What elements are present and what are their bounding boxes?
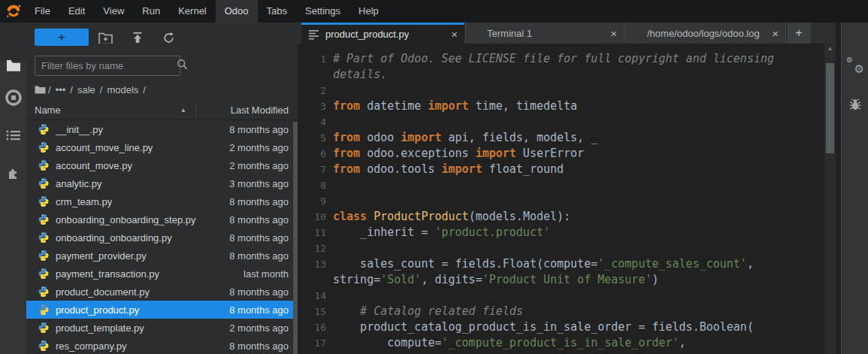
line-number: 7 <box>298 162 326 177</box>
file-name: onboarding_onboarding_step.py <box>56 214 196 225</box>
close-icon[interactable]: × <box>444 28 464 41</box>
line-number: 3 <box>298 98 326 114</box>
python-file-icon <box>38 141 50 153</box>
column-last-modified[interactable]: Last Modified <box>196 104 298 116</box>
upload-icon[interactable] <box>130 31 145 44</box>
code-line: 11 _inherit = 'product.product' <box>298 225 816 241</box>
code-segment: from <box>333 99 360 113</box>
file-browser-folder-icon[interactable] <box>0 56 26 75</box>
file-row[interactable]: onboarding_onboarding.py8 months ago <box>26 228 298 247</box>
code-lines: 1# Part of Odoo. See LICENSE file for fu… <box>298 51 816 351</box>
menu-item-settings[interactable]: Settings <box>296 0 349 23</box>
line-number: 15 <box>298 304 326 319</box>
code-line: 1# Part of Odoo. See LICENSE file for fu… <box>298 51 816 67</box>
menu-item-edit[interactable]: Edit <box>59 0 94 23</box>
file-row[interactable]: crm_team.py8 months ago <box>26 192 298 210</box>
breadcrumb-separator: / <box>48 84 51 95</box>
file-modified: 8 months ago <box>229 196 298 207</box>
menu-item-tabs[interactable]: Tabs <box>258 0 296 23</box>
python-file-icon <box>38 177 50 189</box>
file-row[interactable]: account_move_line.py2 months ago <box>26 138 298 156</box>
tab--home-odoo-logs-odoo-log[interactable]: /home/odoo/logs/odoo.log× <box>625 23 786 44</box>
tab-product-product-py[interactable]: product_product.py× <box>301 23 464 44</box>
debugger-bug-icon[interactable] <box>842 95 868 114</box>
close-icon[interactable]: × <box>603 27 624 40</box>
python-file-icon <box>38 304 50 316</box>
refresh-icon[interactable] <box>161 31 176 44</box>
filter-files-input[interactable] <box>35 60 177 71</box>
code-text: details. <box>333 67 387 83</box>
code-segment: UserError <box>516 147 584 160</box>
editor-scrollbar[interactable]: ▲ <box>824 44 836 354</box>
code-segment: (models. <box>469 210 523 223</box>
menu-item-kernel[interactable]: Kernel <box>169 0 216 23</box>
right-sidebar: ⚙⚙ <box>841 23 868 354</box>
new-folder-icon[interactable] <box>98 31 113 44</box>
menu-item-help[interactable]: Help <box>349 0 388 23</box>
scroll-up-arrow-icon[interactable]: ▲ <box>824 45 836 52</box>
line-number: 4 <box>298 114 326 130</box>
table-of-contents-icon[interactable] <box>0 126 26 145</box>
file-modified: 8 months ago <box>229 232 298 244</box>
file-row[interactable]: product_product.py8 months ago <box>26 301 298 319</box>
code-segment: ( <box>747 320 754 334</box>
search-icon <box>177 59 188 73</box>
file-row[interactable]: payment_provider.py8 months ago <box>26 247 298 265</box>
tab-terminal-1[interactable]: Terminal 1× <box>465 23 625 44</box>
code-text: class ProductProduct(models.Model): <box>333 209 570 225</box>
code-segment: class <box>333 210 367 223</box>
menu-item-view[interactable]: View <box>94 0 133 23</box>
running-kernels-icon[interactable] <box>0 88 26 107</box>
new-tab-button[interactable]: + <box>788 23 810 44</box>
python-file-icon <box>38 213 50 225</box>
code-segment: from <box>333 131 360 144</box>
left-sidebar <box>0 23 26 354</box>
breadcrumb-link[interactable]: sale <box>77 84 95 95</box>
file-row[interactable]: onboarding_onboarding_step.py8 months ag… <box>26 210 298 228</box>
sort-ascending-icon: ▲ <box>180 107 186 113</box>
property-inspector-gears-icon[interactable]: ⚙⚙ <box>842 56 868 76</box>
code-text: from datetime import time, timedelta <box>333 98 577 114</box>
menubar-items: FileEditViewRunKernelOdooTabsSettingsHel… <box>26 0 388 23</box>
code-editor[interactable]: 1# Part of Odoo. See LICENSE file for fu… <box>298 44 836 354</box>
file-modified: 8 months ago <box>229 286 298 298</box>
file-modified: 8 months ago <box>229 214 298 225</box>
column-name[interactable]: Name ▲ <box>26 104 195 116</box>
menu-item-run[interactable]: Run <box>133 0 169 23</box>
close-icon[interactable]: × <box>765 27 785 40</box>
file-modified: 2 months ago <box>229 160 298 171</box>
tab-label: product_product.py <box>325 29 409 40</box>
code-line: 5from odoo import api, fields, models, _ <box>298 130 816 146</box>
breadcrumb-link[interactable]: ••• <box>56 84 66 95</box>
home-folder-icon[interactable] <box>35 85 46 94</box>
code-text: product_catalog_product_is_in_sale_order… <box>333 319 754 335</box>
code-text: compute='_compute_product_is_in_sale_ord… <box>333 335 686 351</box>
editor-scrollbar-thumb[interactable] <box>826 63 834 153</box>
file-name: payment_provider.py <box>56 250 147 262</box>
python-file-icon <box>38 231 50 244</box>
file-row[interactable]: payment_transaction.pylast month <box>26 265 298 283</box>
file-row[interactable]: product_template.py2 months ago <box>26 319 298 337</box>
file-name: product_template.py <box>56 322 144 334</box>
new-launcher-button[interactable]: + <box>35 29 89 46</box>
code-segment: '_compute_sales_count' <box>597 257 747 271</box>
file-row[interactable]: __init__.py8 months ago <box>26 120 298 138</box>
line-number: 14 <box>298 288 326 304</box>
file-row[interactable]: account_move.py2 months ago <box>26 156 298 174</box>
menu-item-file[interactable]: File <box>26 0 59 23</box>
code-line: details. <box>298 67 816 83</box>
code-segment: '_compute_product_is_in_sale_order' <box>442 336 679 349</box>
file-row[interactable]: res_company.py8 months ago <box>26 337 298 354</box>
file-row[interactable]: product_document.py8 months ago <box>26 283 298 301</box>
python-file-icon <box>38 286 50 298</box>
code-text: from odoo.tools import float_round <box>333 162 564 177</box>
menu-item-odoo[interactable]: Odoo <box>216 0 258 23</box>
file-modified: 3 months ago <box>229 178 298 189</box>
extension-manager-puzzle-icon[interactable] <box>0 163 26 183</box>
file-row[interactable]: analytic.py3 months ago <box>26 174 298 192</box>
breadcrumb-link[interactable]: models <box>107 84 138 95</box>
line-number: 6 <box>298 146 326 162</box>
file-name: account_move_line.py <box>56 142 153 153</box>
line-number <box>298 67 326 83</box>
python-file-icon <box>38 340 50 352</box>
